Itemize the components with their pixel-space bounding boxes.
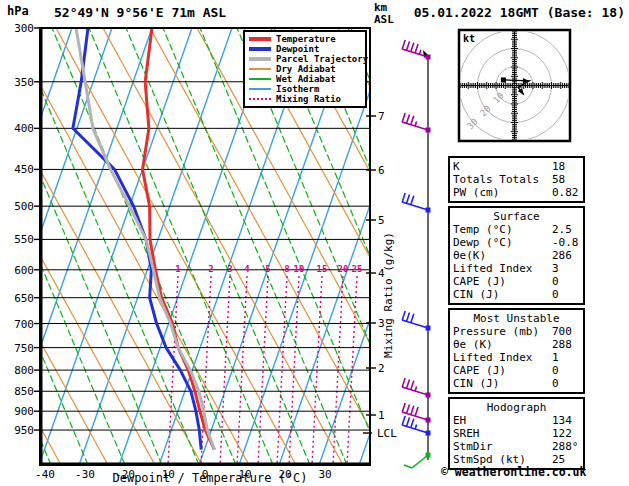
wind-barb — [402, 40, 431, 59]
legend-item: Isotherm — [249, 84, 365, 94]
panel-row: Lifted Index3 — [453, 262, 580, 275]
panel-row-label: Totals Totals — [453, 173, 539, 186]
panel-row: θe (K)288 — [453, 338, 580, 351]
panel-row-value: 0.82 — [552, 186, 579, 199]
credit-footer: © weatheronline.co.uk — [441, 466, 586, 478]
panel-row-label: CAPE (J) — [453, 275, 506, 288]
panel-row-label: Dewp (°C) — [453, 236, 513, 249]
legend-box: TemperatureDewpointParcel TrajectoryDry … — [243, 30, 367, 108]
panel-section: K18Totals Totals58PW (cm)0.82 — [448, 156, 585, 203]
panel-row-label: θe(K) — [453, 249, 486, 262]
dry-adiabat-line — [0, 28, 14, 465]
isotherm-line — [0, 28, 112, 465]
altitude-tick-label: 2 — [378, 362, 385, 375]
legend-line-sample — [249, 47, 271, 51]
legend-line-sample — [249, 57, 271, 61]
legend-item: Temperature — [249, 34, 365, 44]
panel-section: Most UnstablePressure (mb)700θe (K)288Li… — [448, 308, 585, 394]
legend-item: Wet Adiabat — [249, 74, 365, 84]
altitude-tick-label: 7 — [378, 110, 385, 123]
legend-line-sample — [249, 98, 271, 100]
panel-row-label: Lifted Index — [453, 351, 532, 364]
panel-row-value: 288 — [552, 338, 572, 351]
panel-section-title: Hodograph — [453, 401, 580, 414]
panel-row-value: 58 — [552, 173, 565, 186]
sounding-profiles — [73, 28, 215, 450]
panel-section-title: Surface — [453, 210, 580, 223]
panel-row-label: Pressure (mb) — [453, 325, 539, 338]
panel-row-label: CIN (J) — [453, 288, 499, 301]
panel-row: Totals Totals58 — [453, 173, 580, 186]
legend-label: Mixing Ratio — [273, 94, 341, 104]
pressure-tick-label: 950 — [0, 424, 34, 437]
mixing-ratio-axis-caption: Mixing Ratio (g/kg) — [382, 232, 395, 358]
altitude-tick-label: 5 — [378, 214, 385, 227]
panel-row-value: 134 — [552, 414, 572, 427]
mixing-ratio-label: 25 — [348, 264, 366, 274]
mixing-ratio-label: 5 — [259, 264, 277, 274]
wind-barb — [404, 453, 431, 469]
panel-row-label: PW (cm) — [453, 186, 499, 199]
panel-row: CIN (J)0 — [453, 377, 580, 390]
wind-barb — [402, 193, 431, 212]
panel-row: Temp (°C)2.5 — [453, 223, 580, 236]
altitude-tick-label: 1 — [378, 409, 385, 422]
panel-row-label: StmDir — [453, 440, 493, 453]
panel-row: StmDir288° — [453, 440, 580, 453]
panel-row-value: 0 — [552, 364, 559, 377]
mixing-ratio-label: 10 — [290, 264, 308, 274]
mixing-ratio-label: 1 — [169, 264, 187, 274]
panel-row-value: 3 — [552, 262, 559, 275]
pressure-tick-label: 700 — [0, 318, 34, 331]
mixing-ratio-label: 2 — [202, 264, 220, 274]
panel-row-label: EH — [453, 414, 466, 427]
mixing-ratio-label: 15 — [313, 264, 331, 274]
pressure-tick-label: 600 — [0, 264, 34, 277]
legend-label: Wet Adiabat — [273, 74, 336, 84]
pressure-tick-label: 350 — [0, 76, 34, 89]
legend-swatch — [249, 64, 273, 74]
legend-label: Dewpoint — [273, 44, 319, 54]
panel-row-value: 0 — [552, 275, 559, 288]
x-axis-caption: Dewpoint / Temperature (°C) — [70, 472, 350, 484]
panel-row: SREH122 — [453, 427, 580, 440]
panel-row-value: 288° — [552, 440, 579, 453]
legend-swatch — [249, 94, 273, 104]
legend-swatch — [249, 44, 273, 54]
mixing-ratio-label: 4 — [238, 264, 256, 274]
dry-adiabat-line — [0, 28, 155, 465]
wind-barb — [402, 113, 431, 132]
panel-section: HodographEH134SREH122StmDir288°StmSpd (k… — [448, 397, 585, 470]
wet-adiabat-line — [0, 28, 51, 465]
legend-line-sample — [249, 78, 271, 80]
panel-row: K18 — [453, 160, 580, 173]
wet-adiabat-line — [0, 28, 14, 465]
isotherm-line — [39, 28, 192, 465]
pressure-tick-label: 450 — [0, 163, 34, 176]
legend-item: Dry Adiabat — [249, 64, 365, 74]
panel-row-label: CAPE (J) — [453, 364, 506, 377]
panel-row-value: 0 — [552, 377, 559, 390]
profile-temperature — [143, 28, 215, 450]
panel-row: Lifted Index1 — [453, 351, 580, 364]
legend-swatch — [249, 54, 273, 64]
legend-line-sample — [249, 88, 271, 90]
pressure-tick-label: 850 — [0, 385, 34, 398]
panel-section-title: Most Unstable — [453, 312, 580, 325]
panel-row: PW (cm)0.82 — [453, 186, 580, 199]
panel-row: Pressure (mb)700 — [453, 325, 580, 338]
panel-row-label: K — [453, 160, 460, 173]
pressure-tick-label: 750 — [0, 342, 34, 355]
panel-section: SurfaceTemp (°C)2.5Dewp (°C)-0.8θe(K)286… — [448, 206, 585, 305]
altitude-tick-label: 6 — [378, 164, 385, 177]
pressure-tick-label: 300 — [0, 22, 34, 35]
panel-row-label: Lifted Index — [453, 262, 532, 275]
legend-label: Parcel Trajectory — [273, 54, 368, 64]
panel-row: CAPE (J)0 — [453, 275, 580, 288]
pressure-tick-label: 650 — [0, 292, 34, 305]
wet-adiabat-line — [15, 28, 199, 465]
legend-swatch — [249, 34, 273, 44]
wet-adiabat-line — [0, 28, 162, 465]
pressure-tick-label: 550 — [0, 233, 34, 246]
isotherm-line — [0, 28, 32, 465]
